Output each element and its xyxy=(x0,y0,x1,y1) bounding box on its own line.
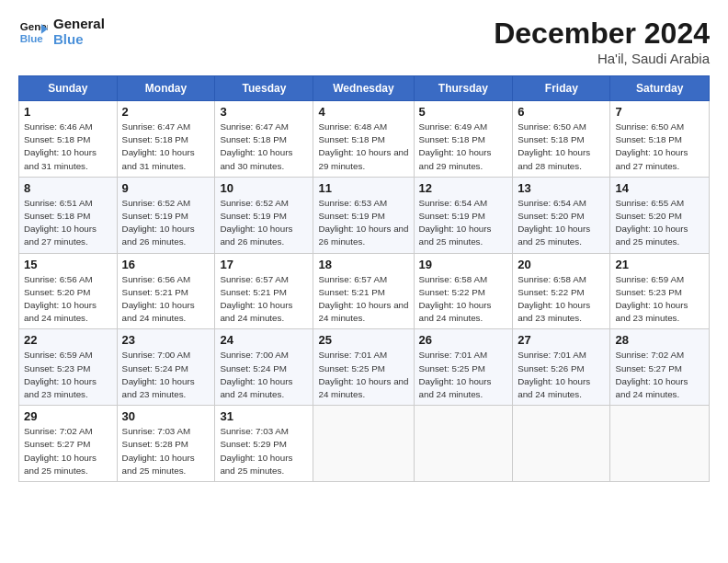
calendar-cell: 22 Sunrise: 6:59 AMSunset: 5:23 PMDaylig… xyxy=(19,329,118,406)
calendar-cell: 19 Sunrise: 6:58 AMSunset: 5:22 PMDaylig… xyxy=(414,253,513,329)
day-of-week-header: Monday xyxy=(117,76,215,101)
day-info: Sunrise: 6:50 AMSunset: 5:18 PMDaylight:… xyxy=(615,121,688,171)
day-number: 9 xyxy=(122,181,210,195)
calendar-cell: 5 Sunrise: 6:49 AMSunset: 5:18 PMDayligh… xyxy=(414,101,513,178)
header: General Blue General Blue December 2024 … xyxy=(18,17,710,66)
calendar-cell: 3 Sunrise: 6:47 AMSunset: 5:18 PMDayligh… xyxy=(215,101,313,178)
day-info: Sunrise: 7:03 AMSunset: 5:28 PMDaylight:… xyxy=(122,426,195,476)
day-number: 1 xyxy=(24,105,112,119)
day-info: Sunrise: 6:56 AMSunset: 5:21 PMDaylight:… xyxy=(122,274,195,324)
day-info: Sunrise: 7:03 AMSunset: 5:29 PMDaylight:… xyxy=(220,426,292,476)
day-number: 22 xyxy=(24,333,112,347)
logo: General Blue General Blue xyxy=(18,17,105,47)
day-info: Sunrise: 6:59 AMSunset: 5:23 PMDaylight:… xyxy=(24,350,97,399)
day-of-week-header: Tuesday xyxy=(215,76,313,101)
page: General Blue General Blue December 2024 … xyxy=(0,0,728,491)
day-info: Sunrise: 6:47 AMSunset: 5:18 PMDaylight:… xyxy=(122,121,195,171)
calendar-cell: 2 Sunrise: 6:47 AMSunset: 5:18 PMDayligh… xyxy=(117,101,215,178)
day-info: Sunrise: 6:55 AMSunset: 5:20 PMDaylight:… xyxy=(615,198,688,247)
day-number: 17 xyxy=(220,258,308,271)
day-info: Sunrise: 6:58 AMSunset: 5:22 PMDaylight:… xyxy=(419,274,492,324)
day-info: Sunrise: 6:54 AMSunset: 5:20 PMDaylight:… xyxy=(518,198,590,247)
day-of-week-header: Thursday xyxy=(414,76,513,101)
day-number: 28 xyxy=(615,333,704,347)
day-number: 29 xyxy=(24,409,112,423)
calendar-cell: 10 Sunrise: 6:52 AMSunset: 5:19 PMDaylig… xyxy=(215,177,313,253)
calendar-cell: 9 Sunrise: 6:52 AMSunset: 5:19 PMDayligh… xyxy=(117,177,215,253)
calendar-cell: 6 Sunrise: 6:50 AMSunset: 5:18 PMDayligh… xyxy=(513,101,610,178)
calendar-cell xyxy=(513,406,610,482)
day-number: 18 xyxy=(318,258,408,271)
day-number: 25 xyxy=(318,333,408,347)
day-number: 8 xyxy=(24,181,112,195)
day-info: Sunrise: 7:02 AMSunset: 5:27 PMDaylight:… xyxy=(615,350,688,399)
day-number: 14 xyxy=(615,181,704,195)
calendar-cell: 14 Sunrise: 6:55 AMSunset: 5:20 PMDaylig… xyxy=(610,177,710,253)
day-info: Sunrise: 7:00 AMSunset: 5:24 PMDaylight:… xyxy=(220,350,292,399)
day-info: Sunrise: 6:48 AMSunset: 5:18 PMDaylight:… xyxy=(318,121,408,171)
calendar-cell: 8 Sunrise: 6:51 AMSunset: 5:18 PMDayligh… xyxy=(19,177,118,253)
day-info: Sunrise: 7:02 AMSunset: 5:27 PMDaylight:… xyxy=(24,426,97,476)
calendar-cell: 18 Sunrise: 6:57 AMSunset: 5:21 PMDaylig… xyxy=(313,253,414,329)
calendar-cell: 24 Sunrise: 7:00 AMSunset: 5:24 PMDaylig… xyxy=(215,329,313,406)
calendar-cell: 13 Sunrise: 6:54 AMSunset: 5:20 PMDaylig… xyxy=(513,177,610,253)
calendar-table: SundayMondayTuesdayWednesdayThursdayFrid… xyxy=(18,75,710,482)
calendar-cell: 20 Sunrise: 6:58 AMSunset: 5:22 PMDaylig… xyxy=(513,253,610,329)
location-subtitle: Ha'il, Saudi Arabia xyxy=(494,51,710,66)
day-info: Sunrise: 6:56 AMSunset: 5:20 PMDaylight:… xyxy=(24,274,97,324)
day-info: Sunrise: 6:52 AMSunset: 5:19 PMDaylight:… xyxy=(122,198,195,247)
day-number: 24 xyxy=(220,333,308,347)
logo-icon: General Blue xyxy=(18,17,48,47)
calendar-cell: 16 Sunrise: 6:56 AMSunset: 5:21 PMDaylig… xyxy=(117,253,215,329)
day-info: Sunrise: 7:01 AMSunset: 5:25 PMDaylight:… xyxy=(318,350,408,399)
day-info: Sunrise: 6:47 AMSunset: 5:18 PMDaylight:… xyxy=(220,121,292,171)
day-info: Sunrise: 6:53 AMSunset: 5:19 PMDaylight:… xyxy=(318,198,408,247)
calendar-cell: 17 Sunrise: 6:57 AMSunset: 5:21 PMDaylig… xyxy=(215,253,313,329)
day-info: Sunrise: 6:46 AMSunset: 5:18 PMDaylight:… xyxy=(24,121,97,171)
calendar-cell: 12 Sunrise: 6:54 AMSunset: 5:19 PMDaylig… xyxy=(414,177,513,253)
calendar-cell xyxy=(313,406,414,482)
day-number: 4 xyxy=(318,105,408,119)
logo-line1: General xyxy=(53,17,105,32)
day-of-week-header: Saturday xyxy=(610,76,710,101)
day-of-week-header: Wednesday xyxy=(313,76,414,101)
calendar-cell xyxy=(414,406,513,482)
day-number: 15 xyxy=(24,258,112,271)
day-info: Sunrise: 6:50 AMSunset: 5:18 PMDaylight:… xyxy=(518,121,590,171)
day-number: 13 xyxy=(518,181,605,195)
day-number: 7 xyxy=(615,105,704,119)
day-info: Sunrise: 7:01 AMSunset: 5:25 PMDaylight:… xyxy=(419,350,492,399)
calendar-cell xyxy=(610,406,710,482)
day-of-week-header: Sunday xyxy=(19,76,118,101)
day-number: 6 xyxy=(518,105,605,119)
day-number: 23 xyxy=(122,333,210,347)
day-number: 16 xyxy=(122,258,210,271)
calendar-cell: 25 Sunrise: 7:01 AMSunset: 5:25 PMDaylig… xyxy=(313,329,414,406)
day-number: 3 xyxy=(220,105,308,119)
day-number: 5 xyxy=(419,105,508,119)
day-number: 10 xyxy=(220,181,308,195)
day-number: 2 xyxy=(122,105,210,119)
day-info: Sunrise: 6:54 AMSunset: 5:19 PMDaylight:… xyxy=(419,198,492,247)
day-number: 20 xyxy=(518,258,605,271)
day-info: Sunrise: 6:52 AMSunset: 5:19 PMDaylight:… xyxy=(220,198,292,247)
day-of-week-header: Friday xyxy=(513,76,610,101)
calendar-cell: 21 Sunrise: 6:59 AMSunset: 5:23 PMDaylig… xyxy=(610,253,710,329)
calendar-cell: 28 Sunrise: 7:02 AMSunset: 5:27 PMDaylig… xyxy=(610,329,710,406)
calendar-header: SundayMondayTuesdayWednesdayThursdayFrid… xyxy=(19,76,710,101)
calendar-cell: 4 Sunrise: 6:48 AMSunset: 5:18 PMDayligh… xyxy=(313,101,414,178)
day-number: 19 xyxy=(419,258,508,271)
logo-line2: Blue xyxy=(53,32,105,48)
day-info: Sunrise: 6:49 AMSunset: 5:18 PMDaylight:… xyxy=(419,121,492,171)
calendar-cell: 26 Sunrise: 7:01 AMSunset: 5:25 PMDaylig… xyxy=(414,329,513,406)
calendar-cell: 29 Sunrise: 7:02 AMSunset: 5:27 PMDaylig… xyxy=(19,406,118,482)
day-info: Sunrise: 6:57 AMSunset: 5:21 PMDaylight:… xyxy=(318,274,408,324)
calendar-cell: 27 Sunrise: 7:01 AMSunset: 5:26 PMDaylig… xyxy=(513,329,610,406)
calendar-body: 1 Sunrise: 6:46 AMSunset: 5:18 PMDayligh… xyxy=(19,101,710,482)
day-info: Sunrise: 7:00 AMSunset: 5:24 PMDaylight:… xyxy=(122,350,195,399)
calendar-cell: 31 Sunrise: 7:03 AMSunset: 5:29 PMDaylig… xyxy=(215,406,313,482)
day-number: 11 xyxy=(318,181,408,195)
calendar-cell: 1 Sunrise: 6:46 AMSunset: 5:18 PMDayligh… xyxy=(19,101,118,178)
day-number: 31 xyxy=(220,409,308,423)
calendar-cell: 30 Sunrise: 7:03 AMSunset: 5:28 PMDaylig… xyxy=(117,406,215,482)
